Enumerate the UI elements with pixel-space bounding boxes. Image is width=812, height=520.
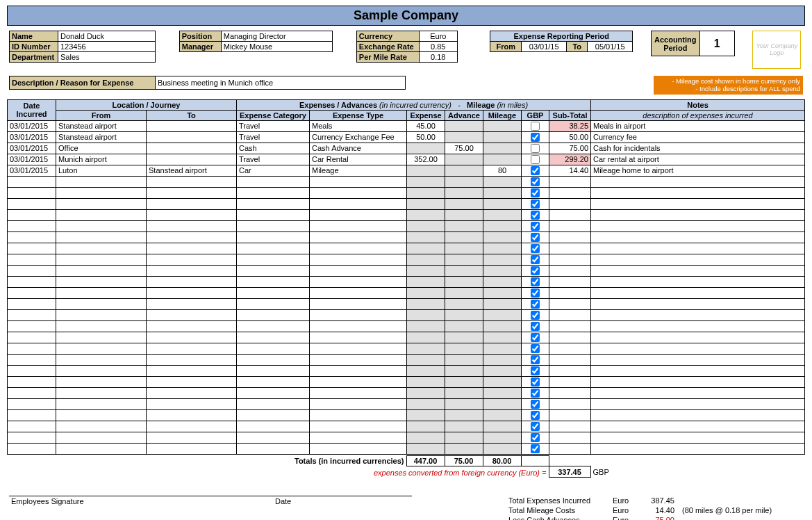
cell-note[interactable]	[591, 276, 805, 287]
cell-to[interactable]	[147, 365, 237, 376]
cell-to[interactable]	[147, 209, 237, 220]
cell-exp[interactable]	[407, 432, 445, 443]
cell-mil[interactable]	[483, 376, 522, 387]
cell-from[interactable]	[56, 409, 147, 421]
cell-mil[interactable]	[483, 354, 522, 365]
id-value[interactable]: 123456	[58, 42, 156, 52]
cell-note[interactable]	[591, 309, 805, 320]
cell-date[interactable]	[8, 231, 56, 243]
cell-from[interactable]	[56, 276, 147, 287]
cell-mil[interactable]	[483, 243, 522, 254]
cell-adv[interactable]	[445, 298, 483, 309]
cell-cat[interactable]	[237, 287, 310, 298]
cell-cat[interactable]: Car	[237, 165, 310, 176]
cell-adv[interactable]	[445, 421, 483, 432]
cell-gbp[interactable]	[522, 243, 549, 254]
cell-adv[interactable]	[445, 209, 483, 220]
cell-from[interactable]: Stanstead airport	[56, 120, 147, 131]
cell-mil[interactable]	[483, 131, 522, 143]
cell-type[interactable]	[310, 198, 407, 209]
cell-gbp[interactable]	[522, 432, 549, 443]
gbp-checkbox[interactable]	[531, 344, 540, 353]
cell-to[interactable]	[147, 265, 237, 276]
cell-from[interactable]	[56, 298, 147, 309]
cell-mil[interactable]	[483, 154, 522, 165]
cell-gbp[interactable]	[522, 320, 549, 332]
cell-gbp[interactable]	[522, 198, 549, 209]
cell-gbp[interactable]	[522, 120, 549, 131]
cell-mil[interactable]	[483, 143, 522, 154]
cell-exp[interactable]	[407, 298, 445, 309]
cell-mil[interactable]	[483, 209, 522, 220]
cell-date[interactable]	[8, 254, 56, 265]
cell-type[interactable]	[310, 398, 407, 409]
desc-value[interactable]: Business meeting in Munich office	[156, 76, 406, 90]
cell-exp[interactable]	[407, 287, 445, 298]
acct-value[interactable]: 1	[699, 31, 734, 56]
cell-gbp[interactable]	[522, 265, 549, 276]
cell-type[interactable]: Meals	[310, 120, 407, 131]
cell-to[interactable]	[147, 298, 237, 309]
cell-exp[interactable]	[407, 354, 445, 365]
from-value[interactable]: 03/01/15	[522, 42, 567, 52]
cell-adv[interactable]	[445, 443, 483, 454]
cell-cat[interactable]	[237, 332, 310, 343]
cell-date[interactable]	[8, 265, 56, 276]
gbp-checkbox[interactable]	[531, 411, 540, 420]
cell-date[interactable]	[8, 243, 56, 254]
cell-exp[interactable]	[407, 343, 445, 354]
cell-date[interactable]: 03/01/2015	[8, 143, 56, 154]
cell-type[interactable]	[310, 276, 407, 287]
cell-date[interactable]	[8, 198, 56, 209]
cell-cat[interactable]	[237, 231, 310, 243]
cell-adv[interactable]	[445, 376, 483, 387]
cell-from[interactable]	[56, 209, 147, 220]
cell-gbp[interactable]	[522, 332, 549, 343]
cell-gbp[interactable]	[522, 309, 549, 320]
cell-mil[interactable]	[483, 320, 522, 332]
cell-gbp[interactable]	[522, 298, 549, 309]
cell-type[interactable]	[310, 298, 407, 309]
cell-gbp[interactable]	[522, 131, 549, 143]
cell-note[interactable]	[591, 320, 805, 332]
cell-date[interactable]	[8, 365, 56, 376]
cell-cat[interactable]	[237, 298, 310, 309]
cell-adv[interactable]	[445, 265, 483, 276]
cell-type[interactable]	[310, 287, 407, 298]
cell-cat[interactable]	[237, 443, 310, 454]
cell-gbp[interactable]	[522, 176, 549, 187]
cell-adv[interactable]	[445, 332, 483, 343]
cell-note[interactable]	[591, 209, 805, 220]
cell-exp[interactable]	[407, 276, 445, 287]
gbp-checkbox[interactable]	[531, 200, 540, 209]
cell-date[interactable]	[8, 176, 56, 187]
cell-from[interactable]	[56, 354, 147, 365]
cell-mil[interactable]	[483, 220, 522, 231]
cell-note[interactable]	[591, 421, 805, 432]
cell-to[interactable]	[147, 409, 237, 421]
cell-adv[interactable]	[445, 409, 483, 421]
cell-cat[interactable]	[237, 176, 310, 187]
cell-type[interactable]	[310, 243, 407, 254]
cell-cat[interactable]	[237, 376, 310, 387]
cell-cat[interactable]: Travel	[237, 154, 310, 165]
cell-date[interactable]	[8, 332, 56, 343]
gbp-checkbox[interactable]	[531, 300, 540, 309]
cell-cat[interactable]	[237, 209, 310, 220]
cell-gbp[interactable]	[522, 343, 549, 354]
cell-mil[interactable]	[483, 443, 522, 454]
cell-adv[interactable]	[445, 398, 483, 409]
cell-gbp[interactable]	[522, 187, 549, 198]
cell-gbp[interactable]	[522, 376, 549, 387]
cell-mil[interactable]	[483, 432, 522, 443]
cell-exp[interactable]	[407, 398, 445, 409]
cell-date[interactable]: 03/01/2015	[8, 120, 56, 131]
gbp-checkbox[interactable]	[531, 166, 540, 175]
cell-note[interactable]	[591, 198, 805, 209]
gbp-checkbox[interactable]	[531, 244, 540, 253]
cell-exp[interactable]	[407, 320, 445, 332]
cell-cat[interactable]: Travel	[237, 120, 310, 131]
cell-note[interactable]	[591, 243, 805, 254]
cell-exp[interactable]	[407, 187, 445, 198]
gbp-checkbox[interactable]	[531, 311, 540, 320]
